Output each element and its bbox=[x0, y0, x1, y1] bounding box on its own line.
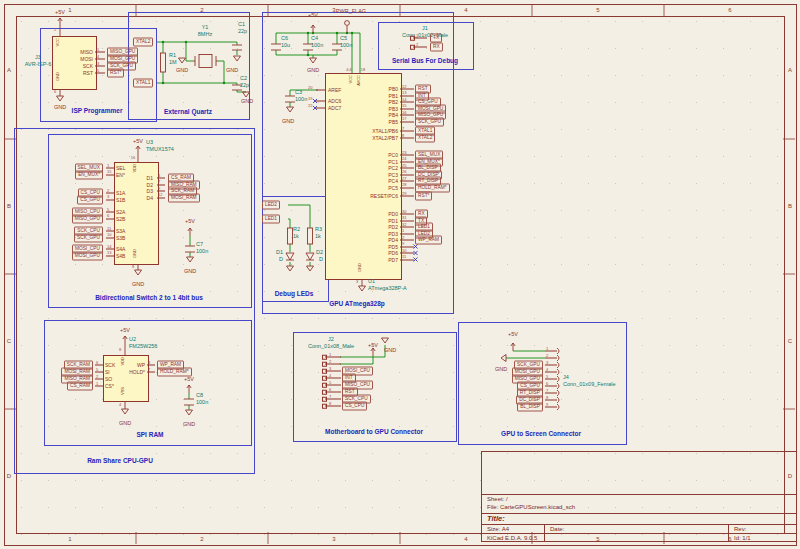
border-letter: C bbox=[788, 338, 792, 344]
ram-right-rows: WP 3 WP_RAM HOLD* 7 HOLD_RAM* bbox=[147, 0, 257, 549]
pin-stub bbox=[545, 358, 557, 359]
pin-number: 4 bbox=[329, 373, 331, 378]
pin-number: 20 bbox=[308, 85, 312, 90]
pin-stub bbox=[545, 379, 557, 380]
sheet-label: Sheet: / bbox=[487, 496, 508, 502]
pin-number: 19 bbox=[308, 96, 312, 101]
title-block: Sheet: / File: CarteGPUScreen.kicad_sch … bbox=[481, 451, 797, 542]
pin-number: 5 bbox=[546, 374, 548, 379]
border-letter: A bbox=[7, 67, 11, 73]
pin-number: 3 bbox=[546, 360, 548, 365]
net-label: LED1 bbox=[262, 215, 280, 224]
title-block-line bbox=[482, 494, 796, 495]
pin-number: 8 bbox=[329, 401, 331, 406]
pin-name: SO bbox=[105, 376, 112, 382]
pin-stub bbox=[147, 365, 155, 366]
border-letter: B bbox=[7, 203, 11, 209]
title-block-line bbox=[728, 524, 729, 541]
border-letter: C bbox=[7, 338, 11, 344]
pin-stub bbox=[325, 406, 341, 407]
pin-stub bbox=[95, 379, 103, 380]
border-letter: B bbox=[788, 203, 792, 209]
border-number: 6 bbox=[728, 7, 731, 13]
rev-label: Rev: bbox=[734, 526, 746, 532]
pin-stub bbox=[325, 385, 341, 386]
pin-stub bbox=[545, 386, 557, 387]
pin-number: 3 bbox=[329, 366, 331, 371]
ref-value-label: J3 bbox=[35, 54, 41, 60]
pin-name: WP bbox=[137, 362, 145, 368]
pin-stub bbox=[147, 372, 155, 373]
title-block-line bbox=[482, 513, 796, 514]
ram-left-rows: SCK_RAM 6 SCK MOSI_RAM 5 SI MISO_RAM 2 S… bbox=[50, 0, 150, 549]
pin-stub bbox=[545, 372, 557, 373]
pin-stub bbox=[545, 393, 557, 394]
pin-stub bbox=[325, 364, 341, 365]
pin-stub bbox=[95, 372, 103, 373]
hier-label: CS_RAM bbox=[67, 382, 93, 391]
pin-name: HOLD* bbox=[129, 369, 145, 375]
pin-stub bbox=[95, 365, 103, 366]
pin-name: CS* bbox=[105, 383, 114, 389]
net-label: LED2 bbox=[262, 201, 280, 210]
pin-number: 2 bbox=[96, 374, 98, 379]
border-letter: D bbox=[7, 473, 11, 479]
hier-label: BL_DISP bbox=[517, 403, 543, 412]
pin-number: 6 bbox=[329, 387, 331, 392]
pin-number: 7 bbox=[329, 394, 331, 399]
pin-number: 5 bbox=[96, 367, 98, 372]
pin-stub bbox=[545, 407, 557, 408]
mobo-pin-rows: 1 2 3 MOSI_CPU 4 INT 5 MIS bbox=[318, 0, 458, 549]
pin-name: SCK bbox=[105, 362, 115, 368]
date-label: Date: bbox=[550, 526, 564, 532]
pin-number: 5 bbox=[329, 380, 331, 385]
border-letter: A bbox=[788, 67, 792, 73]
title-block-line bbox=[544, 524, 545, 541]
pin-number: 7 bbox=[546, 388, 548, 393]
pin-number: 1 bbox=[546, 346, 548, 351]
pin-number: 2 bbox=[329, 359, 331, 364]
app-version-label: KiCad E.D.A. 9.0.5 bbox=[487, 535, 537, 541]
hier-label: HOLD_RAM* bbox=[157, 368, 192, 377]
title-label: Title: bbox=[487, 514, 505, 523]
pin-number: 6 bbox=[546, 381, 548, 386]
pin-stub bbox=[95, 386, 103, 387]
pin-stub bbox=[545, 351, 557, 352]
pin-stub bbox=[325, 357, 341, 358]
pin-name: SI bbox=[105, 369, 110, 375]
pin-number: 6 bbox=[96, 360, 98, 365]
pin-stub bbox=[325, 378, 341, 379]
pin-number: 9 bbox=[546, 402, 548, 407]
pin-number: 2 bbox=[546, 353, 548, 358]
pin-number: 4 bbox=[546, 367, 548, 372]
pin-stub bbox=[545, 365, 557, 366]
pin-stub bbox=[325, 371, 341, 372]
pin-number: 1 bbox=[329, 352, 331, 357]
hier-label: CS_CPU bbox=[342, 402, 367, 411]
sheet-id-label: Id: 1/1 bbox=[734, 535, 751, 541]
pin-number: 7 bbox=[148, 367, 150, 372]
pin-stub bbox=[325, 399, 341, 400]
ref-value-label: AVR-ISP-6 bbox=[25, 61, 52, 67]
title-block-line bbox=[482, 524, 796, 525]
schematic-canvas[interactable]: 123456123456 ABCDABCD ISP ProgrammerExte… bbox=[0, 0, 800, 549]
pin-number: 1 bbox=[96, 381, 98, 386]
pin-number: 8 bbox=[546, 395, 548, 400]
pin-number: 22 bbox=[308, 103, 312, 108]
pin-stub bbox=[325, 392, 341, 393]
pin-number: 3 bbox=[148, 360, 150, 365]
size-label: Size: A4 bbox=[487, 526, 509, 532]
pin-stub bbox=[545, 400, 557, 401]
file-label: File: CarteGPUScreen.kicad_sch bbox=[487, 504, 575, 510]
